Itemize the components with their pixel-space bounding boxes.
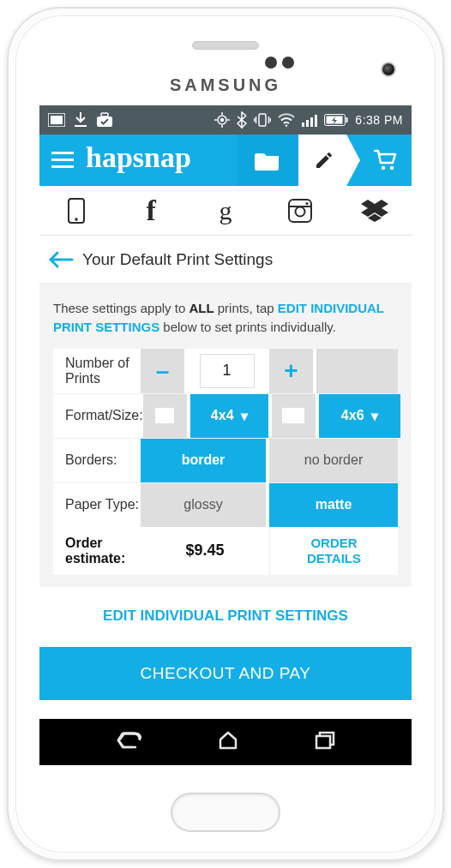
svg-point-30	[75, 218, 79, 221]
phone-frame: SAMSUNG	[7, 7, 444, 861]
briefcase-check-icon	[96, 112, 113, 128]
svg-rect-26	[51, 165, 74, 168]
quantity-input[interactable]: 1	[200, 354, 255, 388]
svg-point-16	[286, 124, 287, 126]
svg-rect-36	[316, 736, 330, 748]
quantity-value-cell: 1	[188, 349, 269, 393]
device-sensors	[265, 57, 294, 69]
chevron-down-icon: ▾	[371, 408, 378, 424]
statusbar-time: 6:38 PM	[355, 113, 403, 127]
svg-point-28	[390, 166, 394, 170]
svg-point-33	[295, 207, 304, 216]
svg-rect-22	[346, 117, 348, 123]
page-title: Your Default Print Settings	[82, 250, 273, 269]
edit-individual-print-settings-link[interactable]: EDIT INDIVIDUAL PRINT SETTINGS	[39, 587, 412, 647]
number-of-prints-label: Number of Prints	[53, 349, 141, 393]
settings-panel: These settings apply to ALL prints, tap …	[39, 284, 412, 587]
signal-icon	[302, 113, 317, 127]
plus-icon: +	[284, 357, 298, 385]
no-border-option[interactable]: no border	[269, 439, 398, 482]
device-speaker	[192, 41, 259, 50]
border-option[interactable]: border	[141, 439, 269, 482]
paper-type-label: Paper Type:	[53, 483, 141, 527]
checkout-and-pay-button[interactable]: CHECKOUT AND PAY	[39, 647, 412, 700]
borders-label: Borders:	[53, 439, 141, 482]
glossy-option[interactable]: glossy	[141, 483, 269, 527]
dropbox-icon	[361, 200, 388, 222]
android-navbar	[39, 719, 412, 765]
svg-rect-20	[315, 115, 317, 127]
bluetooth-icon	[237, 111, 247, 129]
device-home-button[interactable]	[171, 793, 280, 832]
statusbar: 6:38 PM	[39, 105, 412, 135]
source-device[interactable]	[39, 186, 114, 235]
page-title-row: Your Default Print Settings	[39, 236, 412, 284]
cart-icon	[374, 149, 398, 171]
settings-table: Number of Prints – 1 + Format/Size: 4x4▾…	[53, 349, 398, 575]
nav-back-icon	[116, 731, 141, 750]
rect-swatch-icon	[282, 408, 304, 423]
svg-rect-19	[310, 117, 313, 127]
folder-tab[interactable]	[237, 135, 298, 186]
phone-icon	[68, 198, 85, 224]
pencil-icon	[314, 150, 334, 171]
svg-rect-2	[75, 125, 87, 127]
panel-intro: These settings apply to ALL prints, tap …	[53, 299, 398, 337]
chevron-down-icon: ▾	[241, 408, 248, 424]
order-details-button[interactable]: ORDERDETAILS	[269, 527, 398, 575]
nav-recent-button[interactable]	[315, 731, 335, 753]
format-4x4-swatch[interactable]	[143, 394, 190, 438]
wifi-icon	[278, 113, 295, 127]
format-4x6-swatch[interactable]	[272, 394, 319, 438]
cart-button[interactable]	[360, 135, 412, 186]
nav-recent-icon	[315, 731, 335, 750]
source-tabs: f g	[39, 186, 412, 236]
arrow-left-icon	[48, 250, 74, 269]
device-screen: 6:38 PM hapsnap	[39, 105, 412, 765]
nav-home-button[interactable]	[218, 731, 238, 753]
square-swatch-icon	[155, 408, 174, 423]
screen-icon	[48, 113, 65, 127]
device-brand: SAMSUNG	[15, 75, 436, 95]
svg-rect-25	[51, 159, 74, 161]
nav-back-button[interactable]	[116, 731, 141, 753]
back-button[interactable]	[48, 250, 74, 269]
matte-option[interactable]: matte	[269, 483, 398, 527]
svg-point-27	[382, 166, 385, 170]
source-instagram[interactable]	[262, 186, 337, 235]
svg-point-6	[221, 119, 224, 122]
format-size-label: Format/Size:	[53, 394, 143, 438]
vibrate-icon	[254, 113, 271, 127]
edit-tab[interactable]	[298, 135, 360, 186]
folder-icon	[255, 150, 280, 171]
svg-rect-11	[259, 114, 266, 126]
download-icon	[74, 112, 87, 128]
svg-rect-24	[51, 152, 74, 154]
location-icon	[214, 112, 230, 128]
app-logo: hapsnap	[86, 141, 191, 174]
app-header: hapsnap	[39, 135, 412, 186]
source-google[interactable]: g	[189, 186, 263, 235]
format-4x4-option[interactable]: 4x4▾	[190, 394, 272, 438]
nav-home-icon	[218, 731, 238, 750]
svg-rect-1	[51, 116, 63, 124]
facebook-icon: f	[147, 195, 156, 227]
order-estimate-price: $9.45	[141, 527, 269, 575]
format-4x6-option[interactable]: 4x6▾	[319, 394, 400, 438]
increase-qty-button[interactable]: +	[269, 349, 316, 393]
menu-button[interactable]	[39, 135, 86, 186]
qty-row-filler	[316, 349, 398, 393]
instagram-icon	[288, 199, 312, 223]
source-facebook[interactable]: f	[114, 186, 189, 235]
google-icon: g	[219, 196, 232, 225]
minus-icon: –	[156, 357, 170, 385]
battery-icon	[324, 114, 348, 126]
decrease-qty-button[interactable]: –	[141, 349, 188, 393]
svg-rect-4	[101, 113, 108, 117]
source-dropbox[interactable]	[337, 186, 412, 235]
svg-rect-18	[306, 120, 309, 127]
hamburger-icon	[51, 152, 74, 169]
svg-rect-17	[302, 123, 304, 127]
svg-point-34	[305, 201, 308, 204]
order-estimate-label: Order estimate:	[53, 527, 141, 575]
